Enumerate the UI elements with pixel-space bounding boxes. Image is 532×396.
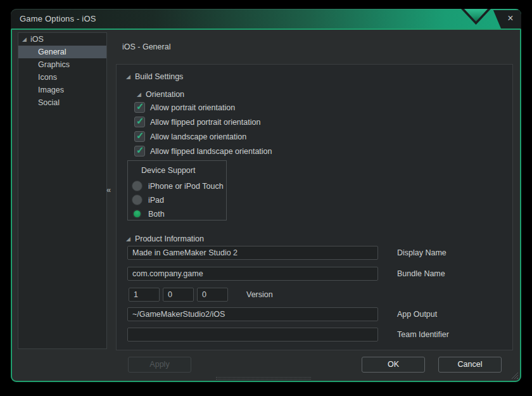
sidebar-item-graphics[interactable]: Graphics [18, 58, 106, 71]
sidebar-item-general[interactable]: General [18, 46, 106, 58]
display-name-row: Display Name [127, 246, 446, 260]
checkbox-row-allow-flipped-portrait: ✓ Allow flipped portrait orientation [134, 117, 260, 127]
version-build-input[interactable] [197, 288, 228, 302]
titlebar[interactable]: Game Options - iOS × [11, 9, 521, 29]
version-row: Version [129, 288, 273, 302]
tree-node-label: iOS [30, 35, 44, 44]
section-expand-icon[interactable]: ◢ [126, 74, 130, 80]
game-options-dialog: Game Options - iOS × ◢ iOS General Graph… [11, 9, 521, 382]
drag-handle[interactable] [216, 377, 311, 380]
resize-grip[interactable] [511, 372, 518, 379]
section-label: Product Information [135, 234, 204, 243]
group-title: Device Support [141, 166, 195, 175]
check-icon: ✓ [136, 101, 144, 112]
radio-label: Both [148, 210, 165, 219]
version-minor-input[interactable] [163, 288, 194, 302]
radio-row-both: Both [132, 208, 165, 219]
settings-panel: ◢ Build Settings ◢ Orientation ✓ Allow p… [116, 64, 513, 350]
sidebar-item-label: General [38, 48, 66, 56]
checkbox-label: Allow flipped portrait orientation [150, 118, 260, 127]
check-icon: ✓ [136, 144, 144, 156]
checkbox-row-allow-flipped-landscape: ✓ Allow flipped landscape orientation [134, 146, 272, 156]
sidebar-item-social[interactable]: Social [18, 96, 106, 109]
team-identifier-input[interactable] [127, 328, 378, 342]
bundle-name-label: Bundle Name [397, 269, 445, 278]
checkbox-row-allow-landscape: ✓ Allow landscape orientation [134, 131, 246, 142]
checkbox-label: Allow portrait orientation [150, 103, 235, 112]
sidebar-collapse-icon[interactable]: « [106, 185, 115, 195]
tree-expand-icon[interactable]: ◢ [22, 37, 27, 42]
apply-button[interactable]: Apply [128, 357, 191, 373]
screen-background: Game Options - iOS × ◢ iOS General Graph… [0, 0, 532, 396]
bundle-name-input[interactable] [127, 267, 378, 281]
sidebar-item-label: Graphics [38, 60, 70, 69]
sidebar-item-label: Social [38, 98, 60, 107]
device-support-group: Device Support iPhone or iPod Touch iPad… [127, 160, 227, 220]
app-output-row: App Output [127, 307, 437, 321]
allow-portrait-checkbox[interactable]: ✓ [134, 102, 145, 113]
app-output-label: App Output [397, 310, 437, 319]
check-icon: ✓ [136, 130, 144, 141]
section-product-information[interactable]: ◢ Product Information [126, 234, 204, 243]
section-expand-icon[interactable]: ◢ [137, 92, 141, 98]
sidebar-item-images[interactable]: Images [18, 84, 106, 96]
tree-node-ios[interactable]: ◢ iOS [18, 33, 106, 46]
both-radio[interactable] [132, 208, 142, 219]
titlebar-notch-inner [464, 9, 488, 22]
titlebar-notch [461, 9, 491, 25]
section-expand-icon[interactable]: ◢ [126, 236, 130, 242]
display-name-label: Display Name [397, 248, 446, 257]
sidebar-item-label: Images [38, 86, 64, 94]
version-major-input[interactable] [129, 288, 160, 302]
check-icon: ✓ [136, 115, 144, 127]
allow-flipped-portrait-checkbox[interactable]: ✓ [134, 117, 145, 127]
radio-label: iPad [148, 196, 164, 205]
bundle-name-row: Bundle Name [127, 267, 445, 281]
radio-row-ipad: iPad [132, 195, 164, 205]
close-icon[interactable]: × [504, 12, 517, 25]
ok-button[interactable]: OK [362, 357, 425, 373]
radio-row-iphone: iPhone or iPod Touch [132, 181, 224, 191]
team-identifier-row: Team Identifier [127, 328, 449, 342]
ipad-radio[interactable] [132, 195, 142, 205]
section-build-settings[interactable]: ◢ Build Settings [126, 72, 183, 81]
checkbox-row-allow-portrait: ✓ Allow portrait orientation [134, 102, 235, 113]
section-label: Build Settings [135, 72, 183, 81]
allow-landscape-checkbox[interactable]: ✓ [134, 131, 145, 142]
sidebar-item-label: Icons [38, 73, 57, 82]
app-output-input[interactable] [127, 307, 378, 321]
display-name-input[interactable] [127, 246, 378, 260]
sidebar-tree: ◢ iOS General Graphics Icons Images Soci… [18, 32, 107, 349]
window-title: Game Options - iOS [20, 9, 96, 29]
allow-flipped-landscape-checkbox[interactable]: ✓ [134, 146, 145, 156]
section-orientation[interactable]: ◢ Orientation [137, 90, 184, 99]
page-title: iOS - General [122, 42, 170, 51]
cancel-button[interactable]: Cancel [438, 357, 502, 373]
version-label: Version [246, 290, 273, 299]
section-label: Orientation [146, 90, 184, 99]
dialog-client-area: ◢ iOS General Graphics Icons Images Soci… [11, 29, 521, 382]
checkbox-label: Allow flipped landscape orientation [150, 147, 272, 156]
sidebar-item-icons[interactable]: Icons [18, 71, 106, 84]
radio-label: iPhone or iPod Touch [148, 182, 224, 191]
team-identifier-label: Team Identifier [397, 330, 449, 339]
iphone-radio[interactable] [132, 181, 142, 191]
checkbox-label: Allow landscape orientation [150, 132, 246, 141]
